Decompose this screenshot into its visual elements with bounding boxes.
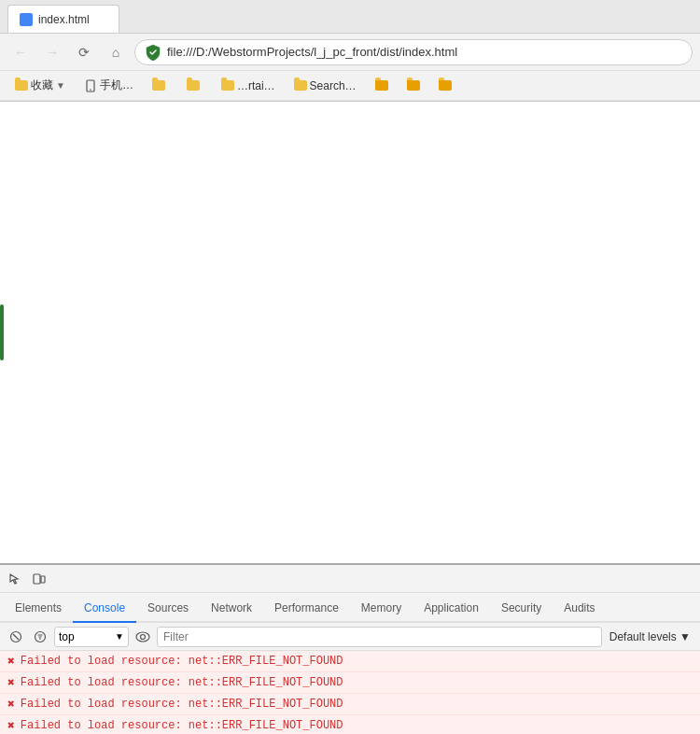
clear-icon — [9, 630, 22, 643]
console-toolbar: top ▼ Default levels ▼ — [0, 623, 700, 651]
reload-button[interactable]: ⟳ — [71, 39, 97, 65]
clear-console-button[interactable] — [6, 627, 26, 647]
nav-bar: ← → ⟳ ⌂ file:///D:/WebstormProjects/l_j_… — [0, 34, 700, 71]
default-levels-dropdown[interactable]: Default levels ▼ — [606, 630, 694, 643]
error-text-2: Failed to load resource: net::ERR_FILE_N… — [21, 676, 343, 689]
error-icon-4: ✖ — [7, 718, 15, 733]
active-tab[interactable]: index.html — [7, 5, 119, 33]
bookmark-folder-icon — [15, 80, 28, 91]
forward-button[interactable]: → — [39, 39, 65, 65]
bookmark-folder-icon-5 — [375, 80, 388, 91]
device-icon — [33, 572, 46, 586]
bookmark-folder-icon-6 — [407, 80, 420, 91]
mobile-icon — [84, 79, 97, 92]
address-text: file:///D:/WebstormProjects/l_j_pc_front… — [167, 45, 457, 59]
inspect-icon — [8, 572, 21, 586]
tab-audits[interactable]: Audits — [553, 595, 606, 623]
inspect-element-button[interactable] — [4, 568, 26, 590]
scroll-indicator — [0, 304, 4, 360]
bookmark-item-6[interactable] — [431, 78, 459, 92]
bookmark-folder-icon-2 — [187, 80, 200, 91]
bookmark-item-4[interactable] — [368, 78, 396, 92]
svg-point-11 — [136, 632, 149, 642]
bookmark-folder-icon-3 — [221, 80, 234, 91]
error-text-1: Failed to load resource: net::ERR_FILE_N… — [21, 655, 343, 668]
error-icon-3: ✖ — [7, 697, 15, 712]
devtools-tabs: Elements Console Sources Network Perform… — [0, 593, 700, 623]
svg-rect-4 — [41, 576, 45, 583]
svg-rect-3 — [34, 574, 40, 584]
svg-line-6 — [13, 634, 19, 640]
home-button[interactable]: ⌂ — [103, 39, 129, 65]
tab-network[interactable]: Network — [200, 595, 263, 623]
context-dropdown-arrow: ▼ — [115, 631, 124, 642]
bookmark-item-search[interactable]: Search… — [287, 78, 364, 94]
tab-favicon — [20, 13, 33, 26]
security-shield-icon — [145, 44, 161, 61]
tab-sources[interactable]: Sources — [136, 595, 200, 623]
tab-console[interactable]: Console — [73, 595, 136, 623]
tab-application[interactable]: Application — [413, 595, 490, 623]
bookmark-label-6: Search… — [310, 79, 357, 92]
bookmark-item-favorites[interactable]: 收藏 ▼ — [7, 76, 73, 95]
context-selector[interactable]: top ▼ — [54, 627, 129, 647]
bookmark-item-mobile[interactable]: 手机… — [77, 76, 141, 95]
filter-input[interactable] — [157, 627, 602, 647]
filter-icon — [34, 630, 47, 643]
bookmark-item-2[interactable] — [179, 78, 210, 92]
bookmark-folder-icon-4 — [294, 80, 307, 91]
tab-security[interactable]: Security — [490, 595, 553, 623]
console-error-4: ✖ Failed to load resource: net::ERR_FILE… — [0, 715, 700, 734]
bookmark-folder-icon-1 — [152, 80, 165, 91]
console-error-2: ✖ Failed to load resource: net::ERR_FILE… — [0, 672, 700, 694]
page-content — [0, 102, 700, 563]
context-value: top — [59, 630, 75, 643]
bookmark-folder-icon-7 — [439, 80, 452, 91]
bookmark-label-5: …rtai… — [237, 79, 275, 92]
back-button[interactable]: ← — [7, 39, 34, 65]
error-icon-2: ✖ — [7, 675, 15, 690]
tab-memory[interactable]: Memory — [350, 595, 413, 623]
error-text-4: Failed to load resource: net::ERR_FILE_N… — [21, 719, 343, 732]
bookmark-bar: 收藏 ▼ 手机… …rtai… Search… — [0, 71, 700, 101]
console-error-3: ✖ Failed to load resource: net::ERR_FILE… — [0, 694, 700, 715]
tab-elements[interactable]: Elements — [4, 595, 73, 623]
bookmark-item-3[interactable]: …rtai… — [214, 78, 283, 94]
tab-bar: index.html — [0, 0, 700, 34]
bookmark-item-1[interactable] — [145, 78, 175, 92]
devtools-toolbar — [0, 565, 700, 593]
bookmark-dropdown-icon: ▼ — [56, 80, 65, 91]
tab-performance[interactable]: Performance — [263, 595, 350, 623]
error-icon-1: ✖ — [7, 654, 15, 669]
bookmark-label-2: 手机… — [100, 78, 133, 93]
console-error-1: ✖ Failed to load resource: net::ERR_FILE… — [0, 651, 700, 672]
eye-icon — [135, 631, 150, 642]
eye-button[interactable] — [133, 627, 153, 647]
console-messages: ✖ Failed to load resource: net::ERR_FILE… — [0, 651, 700, 734]
filter-button[interactable] — [30, 627, 50, 647]
svg-point-12 — [141, 634, 146, 639]
tab-title: index.html — [38, 13, 90, 26]
devtools-panel: Elements Console Sources Network Perform… — [0, 563, 700, 734]
bookmark-label: 收藏 — [31, 78, 53, 93]
bookmark-item-5[interactable] — [399, 78, 427, 92]
error-text-3: Failed to load resource: net::ERR_FILE_N… — [21, 698, 343, 711]
browser-chrome: index.html ← → ⟳ ⌂ file:///D:/WebstormPr… — [0, 0, 700, 102]
svg-point-1 — [90, 89, 91, 91]
svg-marker-2 — [10, 574, 18, 584]
device-toolbar-button[interactable] — [28, 568, 50, 590]
address-bar[interactable]: file:///D:/WebstormProjects/l_j_pc_front… — [134, 39, 693, 65]
